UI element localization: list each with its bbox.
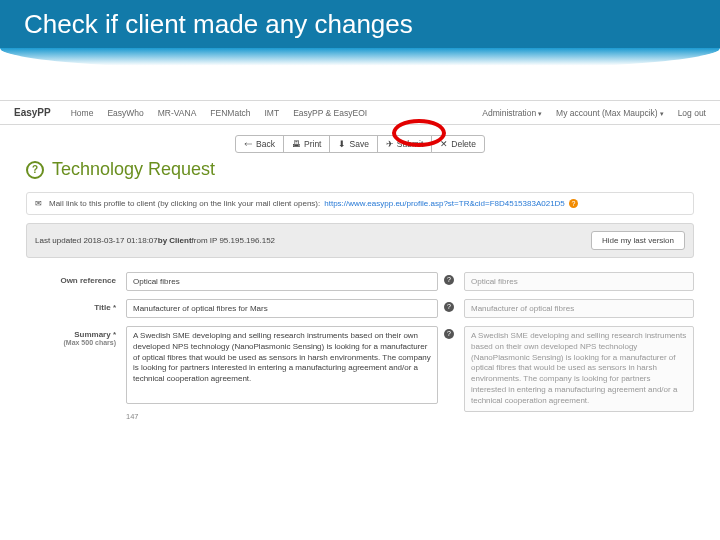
label-own-reference: Own reference	[26, 272, 116, 285]
print-icon: 🖶	[292, 139, 301, 149]
updated-prefix: Last updated 2018-03-17 01:18:07	[35, 236, 158, 245]
submit-icon: ✈	[386, 139, 394, 149]
updated-suffix: from IP 95.195.196.152	[192, 236, 275, 245]
nav-administration[interactable]: Administration	[482, 108, 542, 118]
textarea-summary[interactable]: A Swedish SME developing and selling res…	[126, 326, 438, 404]
arrow-left-icon: 🡐	[244, 139, 253, 149]
top-nav: EasyPP Home EasyWho MR-VANA FENMatch IMT…	[0, 100, 720, 125]
page-title: Technology Request	[52, 159, 215, 180]
mail-icon	[35, 199, 45, 208]
save-button[interactable]: ⬇Save	[329, 135, 377, 153]
slide-title-bar: Check if client made any changes	[0, 0, 720, 48]
label-summary-hint: (Max 500 chars)	[26, 339, 116, 346]
label-title: Title *	[26, 299, 116, 312]
nav-easywho[interactable]: EasyWho	[107, 108, 143, 118]
last-updated-panel: Last updated 2018-03-17 01:18:07 by Clie…	[26, 223, 694, 258]
nav-fenmatch[interactable]: FENMatch	[210, 108, 250, 118]
nav-my-account[interactable]: My account (Max Maupcik)	[556, 108, 664, 118]
title-wave-decoration	[0, 48, 720, 70]
mail-link-url[interactable]: https://www.easypp.eu/profile.asp?st=TR&…	[324, 199, 565, 208]
hide-last-version-button[interactable]: Hide my last version	[591, 231, 685, 250]
nav-imt[interactable]: IMT	[265, 108, 280, 118]
print-button[interactable]: 🖶Print	[283, 135, 330, 153]
nav-mrvana[interactable]: MR-VANA	[158, 108, 197, 118]
updated-by: by Client	[158, 236, 192, 245]
row-title: Title * Manufacturer of optical fibres f…	[26, 299, 694, 318]
form-area: Own reference Optical fibres ? Optical f…	[26, 272, 694, 421]
submit-button[interactable]: ✈Submit	[377, 135, 432, 153]
summary-char-counter: 147	[126, 412, 139, 421]
nav-easyeoi[interactable]: EasyPP & EasyEOI	[293, 108, 367, 118]
save-icon: ⬇	[338, 139, 346, 149]
page-heading: ? Technology Request	[0, 157, 720, 186]
label-summary: Summary * (Max 500 chars)	[26, 326, 116, 346]
readonly-own-reference: Optical fibres	[464, 272, 694, 291]
nav-logout[interactable]: Log out	[678, 108, 706, 118]
flag-icon: ?	[26, 161, 44, 179]
help-icon[interactable]: ?	[569, 199, 578, 208]
help-icon[interactable]: ?	[444, 275, 454, 285]
back-button[interactable]: 🡐Back	[235, 135, 284, 153]
help-icon[interactable]: ?	[444, 302, 454, 312]
row-own-reference: Own reference Optical fibres ? Optical f…	[26, 272, 694, 291]
nav-home[interactable]: Home	[71, 108, 94, 118]
help-icon[interactable]: ?	[444, 329, 454, 339]
delete-icon: ✕	[440, 139, 448, 149]
mail-link-label: Mail link to this profile to client (by …	[49, 199, 320, 208]
toolbar: 🡐Back 🖶Print ⬇Save ✈Submit ✕Delete	[0, 125, 720, 157]
app-screenshot: EasyPP Home EasyWho MR-VANA FENMatch IMT…	[0, 100, 720, 421]
readonly-title: Manufacturer of optical fibres	[464, 299, 694, 318]
brand-logo: EasyPP	[14, 107, 51, 118]
input-title[interactable]: Manufacturer of optical fibres for Mars	[126, 299, 438, 318]
delete-button[interactable]: ✕Delete	[431, 135, 485, 153]
row-summary: Summary * (Max 500 chars) A Swedish SME …	[26, 326, 694, 421]
slide-title: Check if client made any changes	[24, 9, 413, 40]
readonly-summary: A Swedish SME developing and selling res…	[464, 326, 694, 412]
mail-link-panel: Mail link to this profile to client (by …	[26, 192, 694, 215]
input-own-reference[interactable]: Optical fibres	[126, 272, 438, 291]
